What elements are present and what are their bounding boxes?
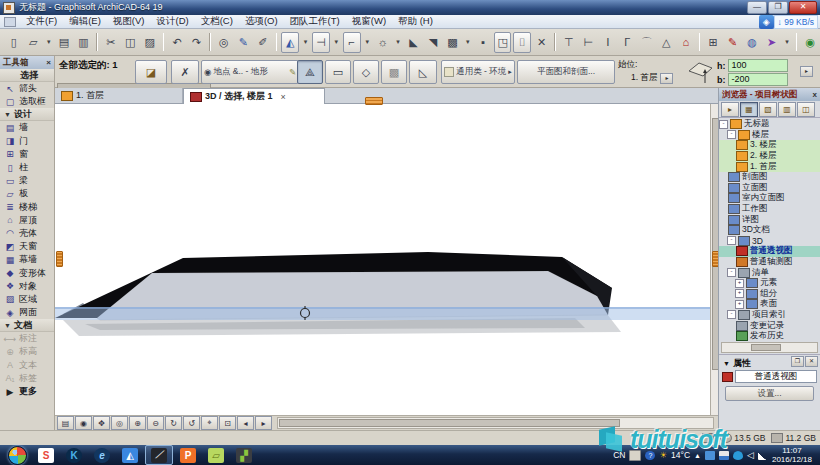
split-button[interactable]: Ⅰ (599, 32, 616, 53)
layout-book-icon[interactable]: ▥ (778, 102, 796, 117)
floor-plan-section-button[interactable]: 平面图和剖面... (517, 60, 615, 84)
expander-icon[interactable]: - (727, 130, 736, 139)
open-button[interactable]: ▱ (24, 32, 41, 53)
undo-button[interactable]: ↶ (168, 32, 185, 53)
user-origin-button[interactable]: ◉ (801, 32, 818, 53)
trim-dropdown[interactable]: ▾ (332, 32, 341, 53)
tool-door[interactable]: ◨门 (0, 135, 54, 148)
tool-label[interactable]: A₁标签 (0, 372, 54, 385)
tool-dimension[interactable]: ⟷标注 (0, 332, 54, 345)
tree-item-generic-axonometry[interactable]: 普通轴测图 (719, 257, 820, 268)
tool-skylight[interactable]: ◩天窗 (0, 240, 54, 253)
reference-line-button[interactable]: ⌐ (343, 32, 360, 53)
geometry-polygon-button[interactable]: ⟁ (297, 60, 323, 84)
edit-plane-button[interactable]: ⊞ (704, 32, 721, 53)
guide-lines-button[interactable]: ⊢ (580, 32, 597, 53)
menu-design[interactable]: 设计(D) (150, 15, 194, 28)
menu-document[interactable]: 文档(C) (195, 15, 239, 28)
view-map-icon[interactable]: ▧ (759, 102, 777, 117)
menu-window[interactable]: 视窗(W) (346, 15, 392, 28)
menu-help[interactable]: 帮助 (H) (392, 15, 439, 28)
navigator-header[interactable]: 浏览器 - 项目树状图 x (719, 88, 820, 101)
expander-icon[interactable]: - (727, 310, 736, 319)
home-story-selector[interactable]: 1. 首层 ▸ (631, 72, 673, 84)
tool-shell[interactable]: ◠壳体 (0, 227, 54, 240)
shield-tray-icon[interactable] (733, 451, 743, 460)
corner-button[interactable]: Γ (619, 32, 636, 53)
save-button[interactable]: ▤ (55, 32, 72, 53)
morph-dropdown[interactable]: ▾ (782, 32, 791, 53)
trim-elements-button[interactable]: ⊣ (312, 32, 329, 53)
group-button[interactable]: ▩ (444, 32, 461, 53)
expander-icon[interactable]: - (727, 236, 736, 245)
expander-icon[interactable]: + (735, 279, 744, 288)
offset-button[interactable]: △ (658, 32, 675, 53)
tool-mesh[interactable]: ◈网面 (0, 306, 54, 319)
taskbar-archicad-app[interactable]: ⟋ (145, 445, 173, 465)
infobox-more-arrow[interactable]: ▸ (800, 66, 813, 77)
pane-handle-top[interactable] (365, 97, 383, 105)
clock[interactable]: 11:07 2016/12/18 (772, 446, 816, 464)
taskbar-k-app[interactable]: K (61, 446, 87, 464)
tool-slab[interactable]: ▱板 (0, 187, 54, 200)
toolbox-section-document[interactable]: ▼ 文档 (0, 319, 54, 332)
close-view-button[interactable]: ✕ (533, 32, 550, 53)
find-select-button[interactable]: ◎ (215, 32, 232, 53)
start-button[interactable] (8, 446, 27, 465)
tool-beam[interactable]: ▭梁 (0, 174, 54, 187)
cloud-tray-icon[interactable] (705, 451, 715, 460)
h-value-field[interactable]: 100 (728, 59, 788, 72)
toolbox-more[interactable]: ▶ 更多 (0, 385, 54, 398)
sun-dropdown[interactable]: ▾ (393, 32, 402, 53)
taskbar-browser-app[interactable]: e (89, 446, 115, 464)
publisher-icon[interactable]: ◫ (797, 102, 815, 117)
tree-item-publish-history[interactable]: 发布历史 (719, 331, 820, 341)
tool-object[interactable]: ❖对象 (0, 280, 54, 293)
taskbar-wps-app[interactable]: P (175, 446, 201, 464)
close-button[interactable]: ✕ (789, 1, 817, 14)
tab-first-story[interactable]: 1. 首层 (55, 88, 183, 103)
inject-parameters-button[interactable]: ✐ (254, 32, 271, 53)
fillet-button[interactable]: ⌒ (638, 32, 655, 53)
tab-3d-view[interactable]: 3D / 选择, 楼层 1 × (183, 88, 325, 105)
walk-mode-icon[interactable]: ⌖ (201, 416, 218, 430)
tree-item-3d-documents[interactable]: 3D文档 (719, 225, 820, 236)
project-map-icon[interactable]: ▦ (740, 102, 758, 117)
scrollbar-thumb[interactable] (279, 419, 620, 427)
settings-button[interactable]: 设置... (725, 386, 814, 401)
taskbar-sogou-app[interactable]: S (33, 446, 59, 464)
project-chooser-icon[interactable]: ▸ (721, 102, 739, 117)
print-button[interactable]: ▥ (75, 32, 92, 53)
toolbox-section-design[interactable]: ▼ 设计 (0, 108, 54, 121)
next-view-icon[interactable]: ▸ (255, 416, 272, 430)
taskbar-netdisk-app[interactable]: ◭ (117, 446, 143, 464)
virtual-trace-button[interactable]: ◭ (281, 32, 298, 53)
tree-item-worksheets[interactable]: 工作图 (719, 204, 820, 215)
menu-options[interactable]: 选项(O) (239, 15, 284, 28)
taskbar-modeling-app[interactable]: ▞ (231, 446, 257, 464)
reference-dropdown[interactable]: ▾ (363, 32, 372, 53)
toolbox-header[interactable]: 工具箱 × (0, 56, 54, 69)
weather-temperature[interactable]: 14°C (671, 450, 690, 460)
expander-icon[interactable]: - (719, 120, 728, 129)
3d-viewport[interactable] (55, 104, 711, 415)
tool-arrow[interactable]: ↖ 箭头 (0, 82, 54, 95)
pick-up-parameters-button[interactable]: ✎ (235, 32, 252, 53)
navigator-horizontal-scrollbar[interactable] (721, 342, 818, 353)
fit-in-window-icon[interactable]: ⊡ (219, 416, 236, 430)
marquee-lift-button[interactable]: ◳ (494, 32, 511, 53)
menu-teamwork[interactable]: 团队工作(T) (284, 15, 346, 28)
scrollbar-thumb[interactable] (751, 344, 782, 351)
cut-button[interactable]: ✂ (102, 32, 119, 53)
zoom-in-icon[interactable]: ⊕ (129, 416, 146, 430)
red-marker-button[interactable]: ✎ (724, 32, 741, 53)
geometry-regular-button[interactable]: ▩ (381, 60, 407, 84)
orbit-icon[interactable]: ↻ (165, 416, 182, 430)
navigator-maximize-icon[interactable]: ❐ (791, 356, 804, 367)
layer-dropdown[interactable]: ◉ 地点 &.. - 地形 ✎ (201, 60, 299, 84)
menu-view[interactable]: 视图(V) (107, 15, 151, 28)
tree-item-interior-elevations[interactable]: 室内立面图 (719, 193, 820, 204)
group-dropdown[interactable]: ▾ (463, 32, 472, 53)
shadow-off-button[interactable]: ◥ (424, 32, 441, 53)
previous-view-icon[interactable]: ◂ (237, 416, 254, 430)
